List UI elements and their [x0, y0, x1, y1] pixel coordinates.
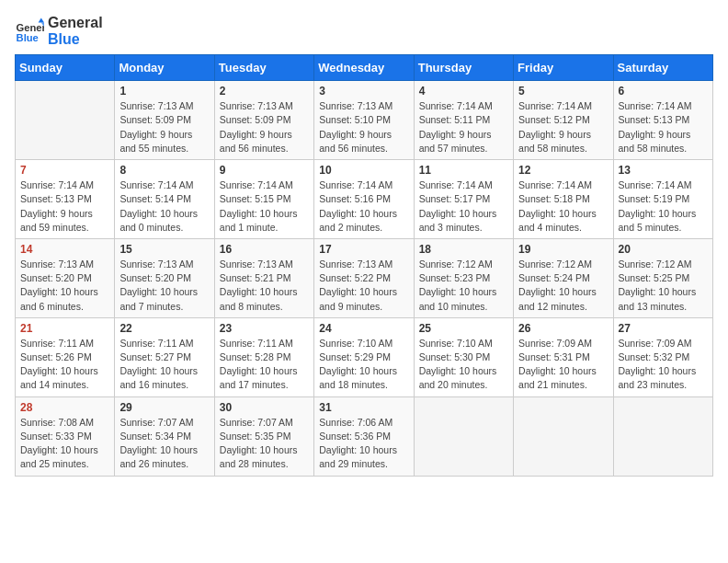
- day-number: 10: [319, 164, 408, 177]
- calendar-table: SundayMondayTuesdayWednesdayThursdayFrid…: [15, 54, 713, 476]
- day-number: 15: [119, 243, 209, 256]
- day-info: Sunrise: 7:11 AM Sunset: 5:26 PM Dayligh…: [20, 337, 109, 393]
- day-number: 24: [319, 322, 408, 335]
- empty-cell: [16, 81, 115, 160]
- week-row-1: 1Sunrise: 7:13 AM Sunset: 5:09 PM Daylig…: [16, 81, 713, 160]
- day-cell-13: 13Sunrise: 7:14 AM Sunset: 5:19 PM Dayli…: [613, 160, 712, 239]
- week-row-5: 28Sunrise: 7:08 AM Sunset: 5:33 PM Dayli…: [16, 396, 713, 476]
- day-info: Sunrise: 7:14 AM Sunset: 5:16 PM Dayligh…: [319, 178, 408, 235]
- weekday-header-tuesday: Tuesday: [214, 55, 313, 81]
- day-info: Sunrise: 7:12 AM Sunset: 5:23 PM Dayligh…: [419, 258, 508, 314]
- day-cell-22: 22Sunrise: 7:11 AM Sunset: 5:27 PM Dayli…: [115, 317, 214, 396]
- day-number: 29: [119, 401, 209, 414]
- day-cell-10: 10Sunrise: 7:14 AM Sunset: 5:16 PM Dayli…: [314, 160, 414, 239]
- svg-text:Blue: Blue: [17, 32, 39, 43]
- day-info: Sunrise: 7:13 AM Sunset: 5:10 PM Dayligh…: [319, 99, 408, 155]
- day-number: 7: [20, 164, 109, 177]
- day-number: 3: [319, 85, 408, 98]
- day-number: 28: [20, 401, 109, 414]
- day-number: 9: [220, 164, 309, 177]
- day-cell-31: 31Sunrise: 7:06 AM Sunset: 5:36 PM Dayli…: [314, 396, 414, 476]
- day-number: 16: [220, 243, 309, 256]
- day-cell-5: 5Sunrise: 7:14 AM Sunset: 5:12 PM Daylig…: [514, 81, 613, 160]
- day-number: 23: [220, 322, 309, 335]
- day-number: 20: [619, 243, 708, 256]
- day-info: Sunrise: 7:07 AM Sunset: 5:34 PM Dayligh…: [119, 416, 209, 472]
- day-info: Sunrise: 7:14 AM Sunset: 5:17 PM Dayligh…: [419, 178, 508, 235]
- day-cell-11: 11Sunrise: 7:14 AM Sunset: 5:17 PM Dayli…: [414, 160, 513, 239]
- weekday-header-saturday: Saturday: [613, 55, 712, 81]
- day-cell-25: 25Sunrise: 7:10 AM Sunset: 5:30 PM Dayli…: [414, 317, 513, 396]
- day-number: 31: [319, 401, 408, 414]
- day-info: Sunrise: 7:11 AM Sunset: 5:27 PM Dayligh…: [119, 337, 209, 393]
- weekday-header-thursday: Thursday: [414, 55, 513, 81]
- day-cell-4: 4Sunrise: 7:14 AM Sunset: 5:11 PM Daylig…: [414, 81, 513, 160]
- day-cell-24: 24Sunrise: 7:10 AM Sunset: 5:29 PM Dayli…: [314, 317, 414, 396]
- day-info: Sunrise: 7:13 AM Sunset: 5:09 PM Dayligh…: [220, 99, 309, 155]
- day-cell-23: 23Sunrise: 7:11 AM Sunset: 5:28 PM Dayli…: [214, 317, 313, 396]
- svg-marker-2: [39, 17, 44, 22]
- day-info: Sunrise: 7:10 AM Sunset: 5:29 PM Dayligh…: [319, 337, 408, 393]
- day-cell-18: 18Sunrise: 7:12 AM Sunset: 5:23 PM Dayli…: [414, 238, 513, 317]
- day-info: Sunrise: 7:07 AM Sunset: 5:35 PM Dayligh…: [220, 416, 309, 472]
- day-cell-28: 28Sunrise: 7:08 AM Sunset: 5:33 PM Dayli…: [16, 396, 115, 476]
- empty-cell: [414, 396, 513, 476]
- day-number: 13: [619, 164, 708, 177]
- day-cell-9: 9Sunrise: 7:14 AM Sunset: 5:15 PM Daylig…: [214, 160, 313, 239]
- empty-cell: [613, 396, 712, 476]
- day-cell-2: 2Sunrise: 7:13 AM Sunset: 5:09 PM Daylig…: [214, 81, 313, 160]
- day-cell-3: 3Sunrise: 7:13 AM Sunset: 5:10 PM Daylig…: [314, 81, 414, 160]
- day-number: 26: [518, 322, 608, 335]
- page-header: General Blue General Blue: [15, 15, 713, 47]
- day-info: Sunrise: 7:12 AM Sunset: 5:24 PM Dayligh…: [518, 258, 608, 314]
- day-cell-14: 14Sunrise: 7:13 AM Sunset: 5:20 PM Dayli…: [16, 238, 115, 317]
- day-cell-21: 21Sunrise: 7:11 AM Sunset: 5:26 PM Dayli…: [16, 317, 115, 396]
- day-info: Sunrise: 7:09 AM Sunset: 5:31 PM Dayligh…: [518, 337, 608, 393]
- day-number: 6: [619, 85, 708, 98]
- day-number: 17: [319, 243, 408, 256]
- day-number: 21: [20, 322, 109, 335]
- day-info: Sunrise: 7:10 AM Sunset: 5:30 PM Dayligh…: [419, 337, 508, 393]
- day-number: 2: [220, 85, 309, 98]
- day-number: 27: [619, 322, 708, 335]
- weekday-header-row: SundayMondayTuesdayWednesdayThursdayFrid…: [16, 55, 713, 81]
- day-number: 22: [119, 322, 209, 335]
- day-number: 4: [419, 85, 508, 98]
- day-info: Sunrise: 7:13 AM Sunset: 5:20 PM Dayligh…: [20, 258, 109, 314]
- day-cell-15: 15Sunrise: 7:13 AM Sunset: 5:20 PM Dayli…: [115, 238, 214, 317]
- day-info: Sunrise: 7:14 AM Sunset: 5:13 PM Dayligh…: [20, 178, 109, 235]
- day-cell-26: 26Sunrise: 7:09 AM Sunset: 5:31 PM Dayli…: [514, 317, 613, 396]
- weekday-header-monday: Monday: [115, 55, 214, 81]
- day-number: 12: [518, 164, 608, 177]
- week-row-3: 14Sunrise: 7:13 AM Sunset: 5:20 PM Dayli…: [16, 238, 713, 317]
- day-info: Sunrise: 7:13 AM Sunset: 5:22 PM Dayligh…: [319, 258, 408, 314]
- day-cell-8: 8Sunrise: 7:14 AM Sunset: 5:14 PM Daylig…: [115, 160, 214, 239]
- day-number: 19: [518, 243, 608, 256]
- day-cell-16: 16Sunrise: 7:13 AM Sunset: 5:21 PM Dayli…: [214, 238, 313, 317]
- day-info: Sunrise: 7:11 AM Sunset: 5:28 PM Dayligh…: [220, 337, 309, 393]
- logo-blue-text: Blue: [48, 31, 103, 48]
- logo: General Blue General Blue: [15, 15, 103, 47]
- empty-cell: [514, 396, 613, 476]
- day-cell-17: 17Sunrise: 7:13 AM Sunset: 5:22 PM Dayli…: [314, 238, 414, 317]
- day-info: Sunrise: 7:14 AM Sunset: 5:11 PM Dayligh…: [419, 99, 508, 155]
- day-info: Sunrise: 7:13 AM Sunset: 5:21 PM Dayligh…: [220, 258, 309, 314]
- day-number: 5: [518, 85, 608, 98]
- weekday-header-wednesday: Wednesday: [314, 55, 414, 81]
- day-number: 25: [419, 322, 508, 335]
- day-info: Sunrise: 7:14 AM Sunset: 5:13 PM Dayligh…: [619, 99, 708, 155]
- day-cell-30: 30Sunrise: 7:07 AM Sunset: 5:35 PM Dayli…: [214, 396, 313, 476]
- day-number: 8: [119, 164, 209, 177]
- day-cell-20: 20Sunrise: 7:12 AM Sunset: 5:25 PM Dayli…: [613, 238, 712, 317]
- day-info: Sunrise: 7:06 AM Sunset: 5:36 PM Dayligh…: [319, 416, 408, 472]
- weekday-header-sunday: Sunday: [16, 55, 115, 81]
- day-number: 11: [419, 164, 508, 177]
- day-cell-1: 1Sunrise: 7:13 AM Sunset: 5:09 PM Daylig…: [115, 81, 214, 160]
- day-number: 1: [119, 85, 209, 98]
- day-cell-27: 27Sunrise: 7:09 AM Sunset: 5:32 PM Dayli…: [613, 317, 712, 396]
- weekday-header-friday: Friday: [514, 55, 613, 81]
- day-info: Sunrise: 7:14 AM Sunset: 5:15 PM Dayligh…: [220, 178, 309, 235]
- day-cell-6: 6Sunrise: 7:14 AM Sunset: 5:13 PM Daylig…: [613, 81, 712, 160]
- day-info: Sunrise: 7:08 AM Sunset: 5:33 PM Dayligh…: [20, 416, 109, 472]
- logo-general-text: General: [48, 15, 103, 31]
